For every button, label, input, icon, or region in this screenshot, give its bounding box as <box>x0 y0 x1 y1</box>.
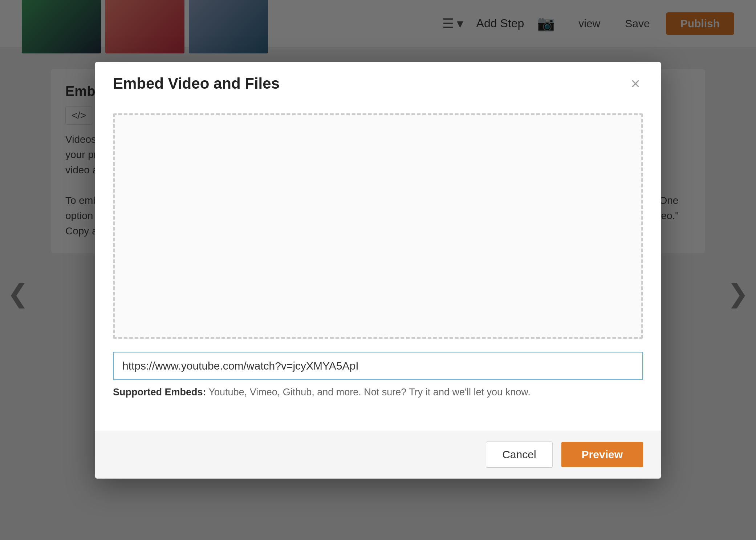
modal-close-button[interactable]: × <box>628 76 643 92</box>
embed-modal: Embed Video and Files × Supported Embeds… <box>95 62 661 479</box>
modal-body: Supported Embeds: Youtube, Vimeo, Github… <box>95 102 661 431</box>
modal-overlay: Embed Video and Files × Supported Embeds… <box>0 0 756 540</box>
embed-preview-area <box>113 113 643 339</box>
preview-button-modal[interactable]: Preview <box>561 442 643 467</box>
cancel-button[interactable]: Cancel <box>486 442 552 468</box>
modal-footer: Cancel Preview <box>95 431 661 479</box>
supported-embeds-text: Supported Embeds: Youtube, Vimeo, Github… <box>113 387 643 398</box>
embed-url-input[interactable] <box>113 352 643 380</box>
modal-header: Embed Video and Files × <box>95 62 661 102</box>
modal-title: Embed Video and Files <box>113 75 280 92</box>
